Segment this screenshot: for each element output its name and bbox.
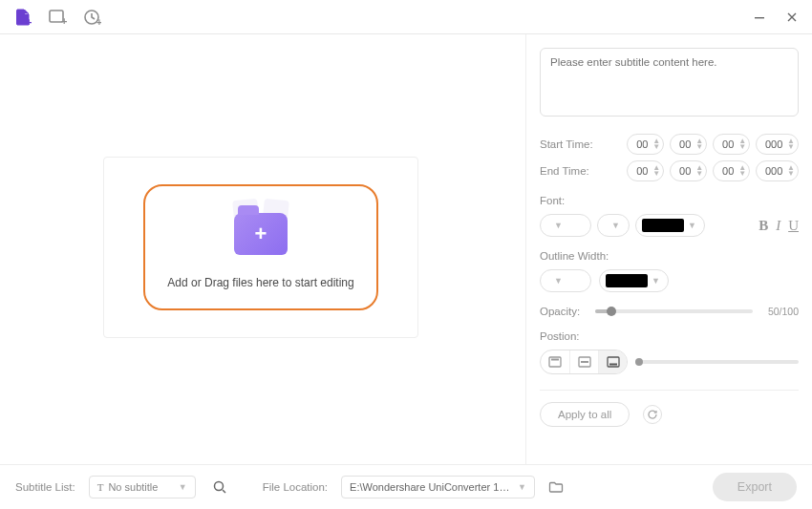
font-color-select[interactable]: ▼ bbox=[635, 214, 705, 237]
folder-illustration: + bbox=[218, 205, 304, 263]
recent-icon[interactable]: + bbox=[80, 6, 103, 29]
end-minutes-stepper[interactable]: 00▲▼ bbox=[670, 160, 707, 181]
subtitle-list-select[interactable]: TNo subtitle ▼ bbox=[89, 476, 196, 498]
search-subtitle-button[interactable] bbox=[209, 477, 230, 498]
file-location-select[interactable]: E:\Wondershare UniConverter 13\SubEd ▼ bbox=[341, 476, 535, 498]
subtitle-list-label: Subtitle List: bbox=[15, 481, 75, 493]
font-size-select[interactable]: ▼ bbox=[597, 214, 630, 237]
open-folder-button[interactable] bbox=[548, 480, 564, 494]
svg-text:+: + bbox=[61, 15, 67, 27]
drop-zone-text: Add or Drag files here to start editing bbox=[167, 276, 353, 289]
svg-text:+: + bbox=[26, 16, 32, 27]
reset-button[interactable] bbox=[643, 405, 662, 424]
svg-rect-8 bbox=[551, 359, 559, 361]
close-button[interactable] bbox=[780, 5, 804, 30]
apply-to-all-button[interactable]: Apply to all bbox=[540, 402, 630, 427]
footer: Subtitle List: TNo subtitle ▼ File Locat… bbox=[0, 464, 812, 509]
properties-panel: Start Time: 00▲▼ 00▲▼ 00▲▼ 000▲▼ End Tim… bbox=[525, 34, 812, 464]
svg-rect-10 bbox=[581, 361, 588, 363]
svg-point-13 bbox=[214, 482, 223, 491]
preview-card: + Add or Drag files here to start editin… bbox=[103, 157, 418, 338]
svg-rect-12 bbox=[609, 364, 617, 366]
position-slider[interactable] bbox=[637, 360, 799, 364]
drop-zone[interactable]: + Add or Drag files here to start editin… bbox=[143, 184, 378, 310]
underline-button[interactable]: U bbox=[788, 218, 799, 234]
position-segmented[interactable] bbox=[540, 350, 628, 374]
end-hours-stepper[interactable]: 00▲▼ bbox=[627, 160, 664, 181]
opacity-slider[interactable] bbox=[595, 309, 753, 313]
position-bottom[interactable] bbox=[598, 350, 627, 373]
chevron-down-icon: ▼ bbox=[179, 482, 187, 492]
font-family-select[interactable]: ▼ bbox=[540, 214, 591, 237]
chevron-down-icon: ▼ bbox=[518, 482, 526, 492]
end-time-label: End Time: bbox=[540, 165, 599, 177]
start-seconds-stepper[interactable]: 00▲▼ bbox=[713, 134, 750, 155]
font-label: Font: bbox=[540, 195, 799, 206]
outline-color-select[interactable]: ▼ bbox=[599, 269, 669, 292]
outline-width-label: Outline Width: bbox=[540, 250, 799, 262]
opacity-label: Opacity: bbox=[540, 306, 588, 317]
file-location-label: File Location: bbox=[263, 481, 328, 493]
start-hours-stepper[interactable]: 00▲▼ bbox=[627, 134, 664, 155]
subtitle-t-icon: T bbox=[97, 481, 104, 493]
svg-text:+: + bbox=[96, 17, 101, 27]
preview-area: + Add or Drag files here to start editin… bbox=[0, 34, 525, 464]
titlebar: + + + bbox=[0, 0, 812, 34]
end-seconds-stepper[interactable]: 00▲▼ bbox=[713, 160, 750, 181]
subtitle-content-input[interactable] bbox=[540, 48, 799, 117]
start-minutes-stepper[interactable]: 00▲▼ bbox=[670, 134, 707, 155]
folder-add-icon: + bbox=[234, 213, 288, 255]
italic-button[interactable]: I bbox=[776, 218, 780, 234]
outline-width-select[interactable]: ▼ bbox=[540, 269, 591, 292]
position-top[interactable] bbox=[541, 350, 569, 373]
svg-rect-0 bbox=[16, 10, 25, 25]
end-ms-stepper[interactable]: 000▲▼ bbox=[756, 160, 799, 181]
bold-button[interactable]: B bbox=[759, 218, 768, 234]
opacity-value: 50/100 bbox=[760, 306, 799, 317]
add-file-icon[interactable]: + bbox=[11, 6, 34, 29]
export-button[interactable]: Export bbox=[713, 473, 797, 501]
start-ms-stepper[interactable]: 000▲▼ bbox=[756, 134, 799, 155]
svg-rect-6 bbox=[755, 17, 764, 18]
position-label: Postion: bbox=[540, 330, 799, 342]
add-subtitle-icon[interactable]: + bbox=[46, 6, 69, 29]
position-middle[interactable] bbox=[569, 350, 598, 373]
start-time-label: Start Time: bbox=[540, 138, 599, 150]
minimize-button[interactable] bbox=[747, 5, 772, 30]
